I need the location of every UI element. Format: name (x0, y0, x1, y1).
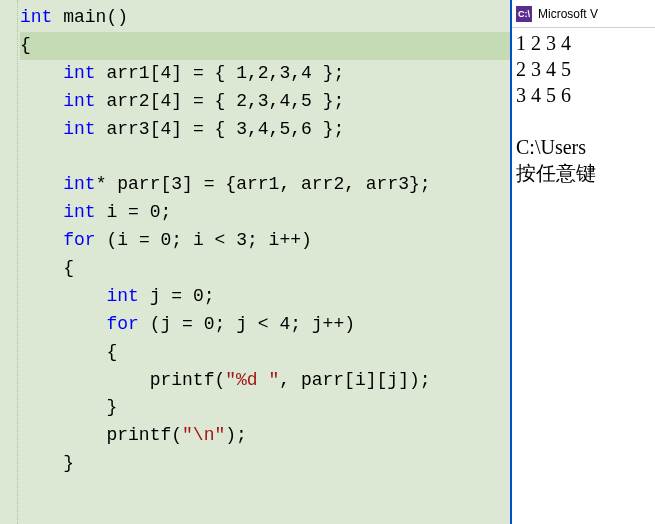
code-line[interactable]: int i = 0; (20, 199, 510, 227)
code-line[interactable]: } (20, 450, 510, 478)
console-titlebar[interactable]: C:\ Microsoft V (512, 0, 655, 28)
console-app-icon: C:\ (516, 6, 532, 22)
code-line[interactable]: { (20, 255, 510, 283)
editor-gutter (0, 0, 18, 524)
code-line[interactable]: printf("%d ", parr[i][j]); (20, 367, 510, 395)
code-line[interactable]: int arr3[4] = { 3,4,5,6 }; (20, 116, 510, 144)
code-line[interactable]: int arr2[4] = { 2,3,4,5 }; (20, 88, 510, 116)
code-line[interactable]: for (j = 0; j < 4; j++) (20, 311, 510, 339)
code-line[interactable]: int arr1[4] = { 1,2,3,4 }; (20, 60, 510, 88)
console-title: Microsoft V (538, 7, 598, 21)
code-line[interactable]: int main() (20, 4, 510, 32)
code-line[interactable]: printf("\n"); (20, 422, 510, 450)
console-window: C:\ Microsoft V 1 2 3 4 2 3 4 5 3 4 5 6 … (510, 0, 655, 524)
code-line[interactable]: } (20, 394, 510, 422)
code-editor[interactable]: int main(){ int arr1[4] = { 1,2,3,4 }; i… (0, 0, 510, 524)
code-line[interactable] (20, 143, 510, 171)
code-line[interactable]: int j = 0; (20, 283, 510, 311)
code-line[interactable]: { (20, 339, 510, 367)
code-area[interactable]: int main(){ int arr1[4] = { 1,2,3,4 }; i… (0, 4, 510, 478)
code-line[interactable]: { (20, 32, 510, 60)
code-line[interactable]: int* parr[3] = {arr1, arr2, arr3}; (20, 171, 510, 199)
code-line[interactable]: for (i = 0; i < 3; i++) (20, 227, 510, 255)
console-output: 1 2 3 4 2 3 4 5 3 4 5 6 C:\Users 按任意键 (512, 28, 655, 524)
